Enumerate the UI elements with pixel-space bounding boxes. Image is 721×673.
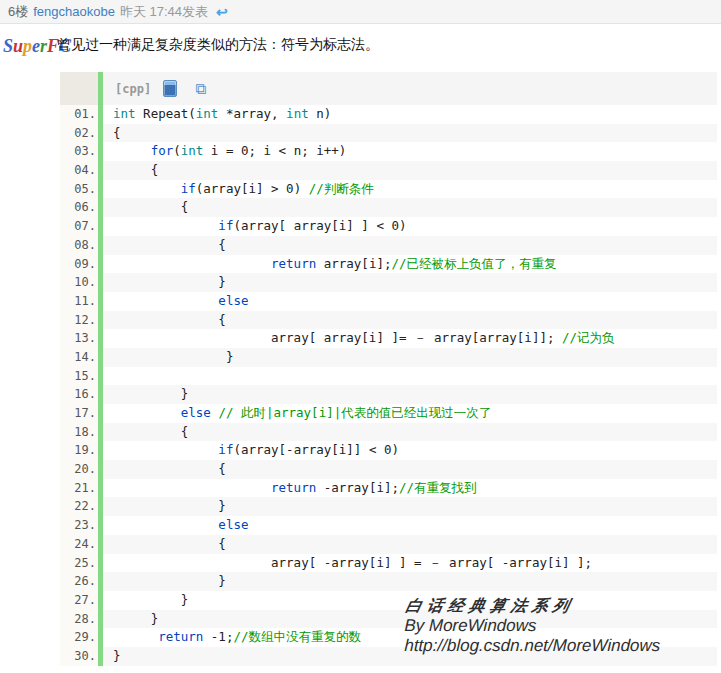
line-number: 12. <box>60 311 103 330</box>
code-toolbar: [cpp] ⧉ <box>103 72 717 105</box>
line-number: 05. <box>60 180 103 199</box>
line-number: 06. <box>60 198 103 217</box>
line-number: 29. <box>60 628 103 647</box>
post-message: 曾见过一种满足复杂度类似的方法：符号为标志法。 <box>57 34 617 54</box>
line-number: 22. <box>60 497 103 516</box>
line-number: 25. <box>60 554 103 573</box>
code-text: for(int i = 0; i < n; i++) <box>103 142 717 161</box>
line-number: 27. <box>60 591 103 610</box>
line-number: 03. <box>60 142 103 161</box>
view-source-icon[interactable] <box>163 80 177 97</box>
code-text: int Repeat(int *array, int n) <box>103 105 717 124</box>
line-number: 23. <box>60 516 103 535</box>
code-line: 09. return array[i];//已经被标上负值了，有重复 <box>60 255 717 274</box>
code-line: 21. return -array[i];//有重复找到 <box>60 479 717 498</box>
code-text: else <box>103 516 717 535</box>
code-block-header: [cpp] ⧉ <box>60 72 717 105</box>
code-text: array[ array[i] ]= － array[array[i]]; //… <box>103 329 717 348</box>
code-text: if(array[ array[i] ] < 0) <box>103 217 717 236</box>
code-line: 13. array[ array[i] ]= － array[array[i]]… <box>60 329 717 348</box>
line-number: 08. <box>60 236 103 255</box>
code-gutter-header <box>60 72 103 105</box>
code-line: 28. } <box>60 610 717 629</box>
code-text: if(array[i] > 0) //判断条件 <box>103 180 717 199</box>
code-line: 30.} <box>60 647 717 666</box>
code-text: { <box>103 124 717 143</box>
code-text: return -1;//数组中没有重复的数 <box>103 628 717 647</box>
code-text: return -array[i];//有重复找到 <box>103 479 717 498</box>
code-line: 17. else // 此时|array[i]|代表的值已经出现过一次了 <box>60 404 717 423</box>
code-line: 27. } <box>60 591 717 610</box>
line-number: 13. <box>60 329 103 348</box>
line-number: 18. <box>60 423 103 442</box>
code-text: else // 此时|array[i]|代表的值已经出现过一次了 <box>103 404 717 423</box>
copy-icon[interactable]: ⧉ <box>195 81 206 96</box>
code-line: 25. array[ -array[i] ] = － array[ -array… <box>60 554 717 573</box>
line-number: 10. <box>60 273 103 292</box>
code-line: 07. if(array[ array[i] ] < 0) <box>60 217 717 236</box>
line-number: 26. <box>60 572 103 591</box>
avatar-letter: p <box>23 36 32 56</box>
code-text: array[ -array[i] ] = － array[ -array[i] … <box>103 554 717 573</box>
code-line: 15. <box>60 367 717 386</box>
code-line: 14. } <box>60 348 717 367</box>
code-line: 01.int Repeat(int *array, int n) <box>60 105 717 124</box>
code-line: 26. } <box>60 572 717 591</box>
code-line: 20. { <box>60 460 717 479</box>
line-number: 11. <box>60 292 103 311</box>
avatar-letter: S <box>3 36 13 56</box>
code-text: { <box>103 161 717 180</box>
line-number: 17. <box>60 404 103 423</box>
code-text: { <box>103 236 717 255</box>
reply-arrow-icon[interactable]: ↩ <box>216 4 228 20</box>
line-number: 16. <box>60 385 103 404</box>
code-line: 08. { <box>60 236 717 255</box>
code-line: 06. { <box>60 198 717 217</box>
code-text: } <box>103 273 717 292</box>
line-number: 14. <box>60 348 103 367</box>
code-line: 22. } <box>60 497 717 516</box>
code-text: } <box>103 610 717 629</box>
code-line: 02.{ <box>60 124 717 143</box>
line-number: 19. <box>60 441 103 460</box>
forum-post-page: 6楼 fengchaokobe 昨天 17:44发表 ↩ SuperFC 曾见过… <box>0 0 721 673</box>
code-line: 23. else <box>60 516 717 535</box>
line-number: 15. <box>60 367 103 386</box>
username-link[interactable]: fengchaokobe <box>33 4 115 19</box>
code-text: { <box>103 198 717 217</box>
code-line: 03. for(int i = 0; i < n; i++) <box>60 142 717 161</box>
line-number: 04. <box>60 161 103 180</box>
code-body: 01.int Repeat(int *array, int n)02.{03. … <box>60 105 717 666</box>
avatar-letter: e <box>32 36 40 56</box>
code-line: 05. if(array[i] > 0) //判断条件 <box>60 180 717 199</box>
code-text <box>103 367 717 386</box>
floor-number: 6楼 <box>8 3 28 21</box>
avatar[interactable]: SuperFC <box>3 36 58 56</box>
line-number: 21. <box>60 479 103 498</box>
code-text: return array[i];//已经被标上负值了，有重复 <box>103 255 717 274</box>
line-number: 02. <box>60 124 103 143</box>
code-line: 12. { <box>60 311 717 330</box>
language-label: [cpp] <box>115 82 151 96</box>
code-text: else <box>103 292 717 311</box>
code-text: { <box>103 535 717 554</box>
line-number: 24. <box>60 535 103 554</box>
code-line: 18. { <box>60 423 717 442</box>
code-text: } <box>103 591 717 610</box>
code-line: 11. else <box>60 292 717 311</box>
code-line: 04. { <box>60 161 717 180</box>
code-line: 24. { <box>60 535 717 554</box>
code-line: 16. } <box>60 385 717 404</box>
line-number: 20. <box>60 460 103 479</box>
code-line: 19. if(array[-array[i]] < 0) <box>60 441 717 460</box>
code-block: [cpp] ⧉ 01.int Repeat(int *array, int n)… <box>60 72 717 666</box>
code-line: 29. return -1;//数组中没有重复的数 <box>60 628 717 647</box>
post-header-bar: 6楼 fengchaokobe 昨天 17:44发表 ↩ <box>0 0 721 24</box>
line-number: 09. <box>60 255 103 274</box>
avatar-letter: u <box>13 36 23 56</box>
line-number: 28. <box>60 610 103 629</box>
code-text: } <box>103 497 717 516</box>
code-text: } <box>103 572 717 591</box>
line-number: 30. <box>60 647 103 666</box>
line-number: 07. <box>60 217 103 236</box>
